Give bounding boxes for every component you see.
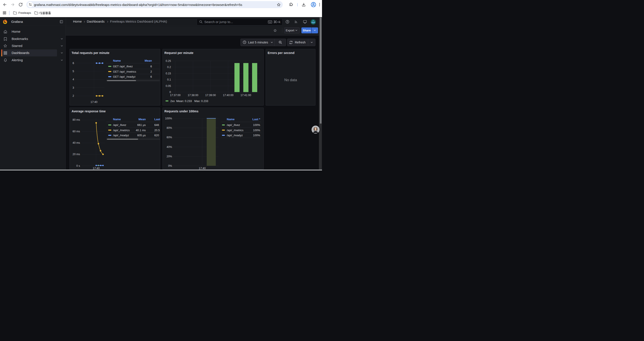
svg-text:60%: 60% — [166, 136, 172, 139]
svg-text:/api/_/metrics: /api/_/metrics — [113, 128, 130, 132]
svg-text:620: 620 — [154, 134, 159, 137]
svg-text:17:39:00: 17:39:00 — [205, 94, 216, 97]
svg-text:605 µs: 605 µs — [137, 134, 146, 137]
svg-text:100%: 100% — [253, 134, 260, 137]
svg-text:20%: 20% — [166, 155, 172, 158]
svg-text:17:40: 17:40 — [93, 167, 100, 169]
svg-text:40 ms: 40 ms — [72, 141, 80, 144]
svg-text:5: 5 — [72, 70, 74, 73]
svg-text:0%: 0% — [168, 164, 172, 167]
svg-text:/api/_/livez: /api/_/livez — [227, 123, 240, 127]
svg-text:17:41:00: 17:41:00 — [240, 94, 251, 97]
svg-text:GET /api/_/metrics: GET /api/_/metrics — [113, 70, 136, 73]
svg-text:0.1: 0.1 — [167, 78, 171, 81]
svg-text:40%: 40% — [166, 145, 172, 148]
svg-text:0.15: 0.15 — [166, 72, 171, 75]
svg-text:646: 646 — [154, 123, 159, 127]
svg-text:0.2: 0.2 — [167, 66, 171, 69]
svg-text:/api/_/livez: /api/_/livez — [113, 123, 126, 127]
svg-text:17:38:00: 17:38:00 — [188, 94, 198, 97]
svg-text:100%: 100% — [253, 128, 260, 132]
svg-text:100%: 100% — [165, 117, 172, 120]
svg-text:40.1 ms: 40.1 ms — [136, 128, 146, 132]
svg-text:2xx: 2xx — [170, 99, 175, 103]
svg-text:20 ms: 20 ms — [72, 153, 80, 156]
svg-text:Name: Name — [227, 118, 234, 121]
svg-text:Max: 0.233: Max: 0.233 — [194, 99, 208, 103]
svg-text:Name: Name — [113, 59, 121, 62]
svg-text:0.05: 0.05 — [166, 85, 171, 88]
svg-text:60 ms: 60 ms — [72, 130, 80, 133]
svg-text:661 µs: 661 µs — [137, 123, 146, 127]
svg-text:Mean: 0.233: Mean: 0.233 — [176, 99, 192, 103]
svg-text:GET /api/_/livez: GET /api/_/livez — [113, 65, 133, 68]
svg-text:100%: 100% — [253, 123, 260, 127]
svg-text:/api/_/readyz: /api/_/readyz — [113, 134, 129, 137]
svg-text:17:40:00: 17:40:00 — [223, 94, 234, 97]
svg-text:17:37:00: 17:37:00 — [170, 94, 180, 97]
svg-text:6: 6 — [150, 65, 152, 68]
svg-text:6: 6 — [72, 62, 74, 65]
svg-text:0 s: 0 s — [76, 164, 80, 167]
svg-text:0.25: 0.25 — [166, 60, 171, 63]
svg-text:GET /api/_/readyz: GET /api/_/readyz — [113, 75, 136, 78]
svg-text:/api/_/readyz: /api/_/readyz — [227, 134, 243, 137]
svg-text:17:40: 17:40 — [198, 167, 206, 169]
svg-text:80%: 80% — [166, 126, 172, 129]
svg-text:0: 0 — [170, 91, 171, 94]
svg-text:Mean: Mean — [138, 118, 146, 121]
svg-text:4: 4 — [72, 78, 74, 81]
svg-text:Last *: Last * — [252, 118, 260, 121]
svg-text:Last *: Last * — [154, 118, 160, 121]
svg-text:20.5 ms: 20.5 ms — [154, 128, 160, 132]
svg-text:Name: Name — [113, 118, 121, 121]
svg-text:3: 3 — [72, 86, 74, 89]
svg-text:6: 6 — [150, 75, 152, 78]
svg-text:2: 2 — [72, 94, 74, 97]
svg-text:/api/_/metrics: /api/_/metrics — [227, 128, 243, 132]
svg-text:80 ms: 80 ms — [72, 118, 80, 121]
svg-text:Mean: Mean — [145, 59, 152, 62]
svg-text:2: 2 — [150, 70, 152, 73]
svg-text:17:40: 17:40 — [90, 101, 97, 104]
